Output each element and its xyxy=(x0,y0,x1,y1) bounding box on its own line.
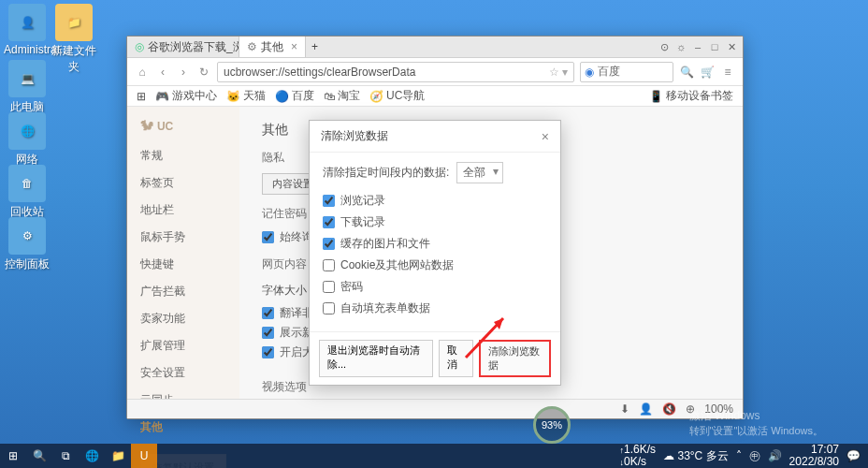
win-close[interactable]: ✕ xyxy=(724,39,739,54)
sb-shortcut[interactable]: 快捷键 xyxy=(127,251,239,278)
status-icon-1[interactable]: ⬇ xyxy=(620,402,629,416)
tab-0[interactable]: ◎谷歌浏览器下载_浏览器官网...× xyxy=(127,37,239,57)
news-checkbox[interactable] xyxy=(262,327,274,339)
tb-edge[interactable]: 🌐 xyxy=(79,444,105,468)
ask-password-checkbox[interactable] xyxy=(262,231,274,243)
taskbar: ⊞ 🔍 ⧉ 🌐 📁 U ↑1.6K/s↓0K/s ☁ 33°C 多云 ˄ ㊥ 🔊… xyxy=(0,444,868,468)
sb-gesture[interactable]: 鼠标手势 xyxy=(127,224,239,251)
tab-close-1[interactable]: × xyxy=(291,40,297,53)
net-meter: ↑1.6K/s↓0K/s xyxy=(620,444,657,468)
bm-3[interactable]: 🛍 淘宝 xyxy=(324,88,360,104)
auto-clear-button[interactable]: 退出浏览器时自动清除... xyxy=(319,340,433,377)
win-min[interactable]: – xyxy=(690,39,705,54)
search-icon[interactable]: 🔍 xyxy=(679,65,694,80)
opt-passwords[interactable] xyxy=(323,281,335,293)
forward-icon[interactable]: › xyxy=(176,65,191,80)
annotation-arrow xyxy=(458,309,514,365)
tb-search[interactable]: 🔍 xyxy=(26,444,52,468)
sb-extension[interactable]: 扩展管理 xyxy=(127,332,239,359)
opt-browse-history[interactable] xyxy=(323,195,335,207)
cart-icon[interactable]: 🛒 xyxy=(700,65,715,80)
sb-address[interactable]: 地址栏 xyxy=(127,197,239,224)
tray-ime-icon[interactable]: ㊥ xyxy=(749,448,760,464)
translate-checkbox[interactable] xyxy=(262,307,274,319)
reload-icon[interactable]: ↻ xyxy=(196,65,211,80)
clear-data-modal: 清除浏览数据 × 清除指定时间段内的数据: 全部 浏览记录 下载记录 缓存的图片… xyxy=(309,120,561,386)
win-max[interactable]: □ xyxy=(707,39,722,54)
tray-sound-icon[interactable]: 🔊 xyxy=(768,449,782,462)
url-input[interactable]: ucbrowser://settings/clearBrowserData☆ ▾ xyxy=(217,62,574,82)
address-bar: ⌂ ‹ › ↻ ucbrowser://settings/clearBrowse… xyxy=(127,58,743,86)
win-ext1[interactable]: ⊙ xyxy=(657,39,672,54)
sb-adblock[interactable]: 广告拦截 xyxy=(127,278,239,305)
opt-autofill[interactable] xyxy=(323,302,335,314)
sidebar: 🐿 UC 常规 标签页 地址栏 鼠标手势 快捷键 广告拦截 卖家功能 扩展管理 … xyxy=(127,107,239,418)
font-size-label: 字体大小 xyxy=(262,283,307,299)
opt-cookies[interactable] xyxy=(323,259,335,271)
sb-security[interactable]: 安全设置 xyxy=(127,359,239,387)
tb-taskview[interactable]: ⧉ xyxy=(52,444,79,468)
windows-watermark: 激活 Windows 转到"设置"以激活 Windows。 xyxy=(689,408,824,438)
bookmark-bar: ⊞ 🎮 游戏中心 🐱 天猫 🔵 百度 🛍 淘宝 🧭 UC导航 📱 移动设备书签 xyxy=(127,86,743,107)
desktop-icon-admin[interactable]: 👤Administrat... xyxy=(4,4,51,56)
bigimage-checkbox[interactable] xyxy=(262,346,274,358)
sb-tabs[interactable]: 标签页 xyxy=(127,169,239,197)
bm-1[interactable]: 🐱 天猫 xyxy=(226,88,266,104)
taskbar-clock[interactable]: 17:07 2022/8/30 xyxy=(789,444,839,468)
desktop-icon-pc[interactable]: 💻此电脑 xyxy=(4,60,51,115)
range-select[interactable]: 全部 xyxy=(456,162,503,183)
desktop-icon-recycle[interactable]: 🗑回收站 xyxy=(4,165,51,220)
bm-mobile[interactable]: 📱 移动设备书签 xyxy=(649,88,733,104)
sidebar-logo: 🐿 UC xyxy=(127,118,239,142)
tb-explorer[interactable]: 📁 xyxy=(105,444,131,468)
status-bar: ⬇ 👤 🔇 ⊕ 100% xyxy=(127,399,743,418)
status-icon-2[interactable]: 👤 xyxy=(639,402,653,416)
desktop-icon-network[interactable]: 🌐网络 xyxy=(4,112,51,168)
modal-title: 清除浏览数据 xyxy=(321,128,388,144)
range-label: 清除指定时间段内的数据: xyxy=(323,165,449,181)
weather[interactable]: ☁ 33°C 多云 xyxy=(663,448,729,464)
desktop-icon-control[interactable]: ⚙控制面板 xyxy=(4,217,51,272)
status-icon-3[interactable]: 🔇 xyxy=(662,402,676,416)
tab-1[interactable]: ⚙其他× xyxy=(239,37,306,57)
bm-apps[interactable]: ⊞ xyxy=(137,90,146,103)
tray-up-icon[interactable]: ˄ xyxy=(736,449,742,462)
bm-2[interactable]: 🔵 百度 xyxy=(275,88,314,104)
perf-meter[interactable]: 93% xyxy=(533,406,571,444)
sb-general[interactable]: 常规 xyxy=(127,142,239,169)
win-ext2[interactable]: ☼ xyxy=(673,39,688,54)
opt-download-history[interactable] xyxy=(323,216,335,228)
tray-notif-icon[interactable]: 💬 xyxy=(846,449,861,462)
bm-4[interactable]: 🧭 UC导航 xyxy=(369,88,425,104)
home-icon[interactable]: ⌂ xyxy=(135,65,150,80)
new-tab-button[interactable]: + xyxy=(306,37,324,57)
menu-icon[interactable]: ≡ xyxy=(720,65,735,80)
opt-cache[interactable] xyxy=(323,238,335,250)
desktop-icon-folder[interactable]: 📁新建文件夹 xyxy=(51,4,97,75)
search-box[interactable]: ◉百度 xyxy=(580,62,673,82)
tb-uc[interactable]: U xyxy=(131,444,157,468)
tab-bar: ◎谷歌浏览器下载_浏览器官网...× ⚙其他× + ⊙ ☼ – □ ✕ xyxy=(127,37,743,58)
modal-close-icon[interactable]: × xyxy=(542,129,549,144)
bm-0[interactable]: 🎮 游戏中心 xyxy=(155,88,217,104)
back-icon[interactable]: ‹ xyxy=(155,65,170,80)
start-button[interactable]: ⊞ xyxy=(0,444,26,468)
sb-seller[interactable]: 卖家功能 xyxy=(127,305,239,332)
